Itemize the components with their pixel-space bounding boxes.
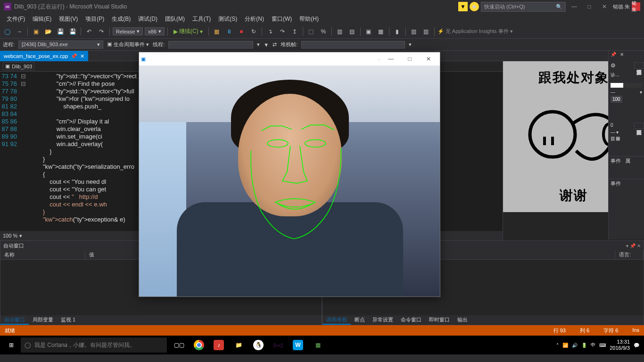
pin-icon[interactable]: 📌: [71, 53, 77, 59]
save-all-icon[interactable]: 💾: [67, 26, 78, 37]
spreadsheet-icon[interactable]: ▦: [308, 336, 327, 354]
webcam-maximize[interactable]: □: [400, 53, 419, 65]
system-tray[interactable]: ˄ 📶 🔊 🔋 中 ⌨ 13:31 2016/9/3 💬: [553, 339, 642, 351]
tb-icon-b[interactable]: %: [318, 26, 329, 37]
nav-forward-icon[interactable]: →: [14, 26, 25, 37]
config-dropdown[interactable]: Release▾: [113, 27, 143, 35]
tray-ime-icon[interactable]: 中: [591, 342, 595, 348]
tb-icon-f[interactable]: ▦: [376, 26, 386, 37]
feedback-icon[interactable]: ☻: [470, 2, 479, 11]
step-out-icon[interactable]: ↥: [289, 26, 300, 37]
process-dropdown[interactable]: [2436] Dlib_903.exe▾: [18, 41, 103, 49]
webcam-titlebar[interactable]: ▣ ↔ — □ ✕: [139, 52, 440, 66]
maximize-button[interactable]: □: [583, 2, 596, 11]
minimize-button[interactable]: —: [568, 2, 581, 11]
tray-wifi-icon[interactable]: 📶: [562, 343, 568, 348]
bookmark-icon[interactable]: ▮: [392, 26, 403, 37]
col-name[interactable]: 名称: [0, 250, 85, 259]
webcam-resize-icon[interactable]: ↔: [377, 57, 381, 62]
menu-team[interactable]: 团队(M): [161, 15, 189, 23]
lifecycle-button[interactable]: ▣ 生命周期事件 ▾: [107, 41, 149, 48]
tb-icon-g[interactable]: ▥: [409, 26, 419, 37]
step-over-icon[interactable]: ↷: [277, 26, 288, 37]
tab-immediate[interactable]: 即时窗口: [425, 315, 454, 325]
tab-watch[interactable]: 监视 1: [57, 315, 79, 325]
tb-icon-h[interactable]: ▥: [421, 26, 431, 37]
tray-clock[interactable]: 13:31 2016/9/3: [610, 339, 630, 351]
user-name[interactable]: 铭德 朱: [613, 3, 630, 10]
folder-icon[interactable]: 📁: [229, 336, 248, 354]
menu-test[interactable]: 测试(S): [215, 15, 241, 23]
tab-close-icon[interactable]: ✕: [80, 53, 84, 59]
toggle-icon[interactable]: ⇄: [272, 41, 277, 48]
qq-icon[interactable]: 🐧: [249, 336, 268, 354]
save-icon[interactable]: 💾: [55, 26, 66, 37]
tab-output[interactable]: 输出: [454, 315, 471, 325]
notification-flag-icon[interactable]: ▼: [458, 2, 468, 11]
stackframe-input[interactable]: [301, 41, 405, 49]
tb-icon-1[interactable]: ▦: [212, 26, 222, 37]
continue-button[interactable]: ▶ 继续(C) ▾: [171, 27, 206, 35]
tray-up-icon[interactable]: ˄: [556, 343, 559, 348]
open-icon[interactable]: 📂: [43, 26, 53, 37]
menu-edit[interactable]: 编辑(E): [29, 15, 55, 23]
tb-icon-a[interactable]: ⬚: [306, 26, 316, 37]
start-button[interactable]: ⊞: [2, 336, 21, 354]
user-badge[interactable]: 铭朱: [632, 2, 640, 11]
thread-input[interactable]: [168, 41, 253, 49]
chrome-icon[interactable]: [190, 336, 208, 354]
tb-icon-e[interactable]: ▣: [363, 26, 374, 37]
menu-help[interactable]: 帮助(H): [296, 15, 322, 23]
close-button[interactable]: ✕: [598, 2, 611, 11]
menu-build[interactable]: 生成(B): [108, 15, 134, 23]
fold-gutter[interactable]: ⊟ ⊟: [21, 72, 27, 231]
pause-icon[interactable]: ⏸: [224, 26, 234, 37]
fr-pin[interactable]: 📌: [609, 51, 618, 60]
netease-icon[interactable]: ♪: [209, 336, 228, 354]
tray-vol-icon[interactable]: 🔊: [572, 343, 578, 348]
webcam-minimize[interactable]: —: [381, 53, 400, 65]
restart-icon[interactable]: ↻: [248, 26, 259, 37]
new-project-icon[interactable]: ▣: [31, 26, 41, 37]
events-section[interactable]: 事件 属: [609, 156, 644, 165]
team-explorer-tab[interactable]: 团队资源管理器: [634, 123, 644, 129]
menu-file[interactable]: 文件(F): [3, 15, 29, 23]
events-section2[interactable]: 事件: [609, 179, 644, 188]
solution-explorer-tab[interactable]: 解决方案资源管理器: [634, 62, 644, 69]
tab-command[interactable]: 命令窗口: [397, 315, 425, 325]
taskview-icon[interactable]: ▢▢: [170, 336, 189, 354]
menu-debug[interactable]: 调试(D): [134, 15, 161, 23]
vs-icon-tb[interactable]: ▷◁: [269, 336, 288, 354]
cortana-search[interactable]: ◯ 我是 Cortana，小娜。有问题尽管问我。: [21, 337, 167, 353]
tab-exceptions[interactable]: 异常设置: [369, 315, 397, 325]
stop-icon[interactable]: ■: [236, 26, 247, 37]
app-insights-button[interactable]: ⚡ 无 Application Insights 事件 ▾: [438, 28, 513, 35]
redo-icon[interactable]: ↷: [96, 26, 107, 37]
app-w-icon[interactable]: W: [289, 336, 307, 354]
fr-close[interactable]: ✕: [618, 51, 626, 60]
tab-breakpoints[interactable]: 断点: [351, 315, 369, 325]
diag-tab[interactable]: 诊...: [609, 71, 644, 79]
file-tab[interactable]: webcam_face_pose_ex.cpp 📌 ✕: [0, 51, 88, 61]
tray-notif-icon[interactable]: 💬: [634, 343, 639, 348]
step-into-icon[interactable]: ↴: [265, 26, 275, 37]
menu-view[interactable]: 视图(V): [55, 15, 82, 23]
undo-icon[interactable]: ↶: [84, 26, 94, 37]
tab-callstack[interactable]: 调用堆栈: [322, 315, 351, 325]
tab-autos[interactable]: 自动窗口: [0, 315, 29, 325]
tb-icon-c[interactable]: ▥: [335, 26, 345, 37]
menu-analyze[interactable]: 分析(N): [241, 15, 268, 23]
filter-icon[interactable]: ▼: [264, 42, 269, 48]
quick-launch-input[interactable]: 快速启动 (Ctrl+Q) 🔍: [481, 2, 566, 12]
project-dropdown[interactable]: ▣ Dlib_903: [3, 62, 34, 70]
platform-dropdown[interactable]: x86▾: [145, 27, 165, 35]
menu-project[interactable]: 项目(P): [82, 15, 108, 23]
webcam-close[interactable]: ✕: [419, 53, 438, 65]
tab-locals[interactable]: 局部变量: [29, 315, 57, 325]
cs-pin-icons[interactable]: ▾ 📌 ✕: [626, 243, 641, 248]
menu-tools[interactable]: 工具(T): [189, 15, 215, 23]
tray-battery-icon[interactable]: 🔋: [581, 343, 587, 348]
prop-value[interactable]: 100: [611, 96, 622, 103]
nav-back-icon[interactable]: ◯: [2, 26, 12, 37]
col-lang[interactable]: 语言:: [615, 250, 644, 259]
